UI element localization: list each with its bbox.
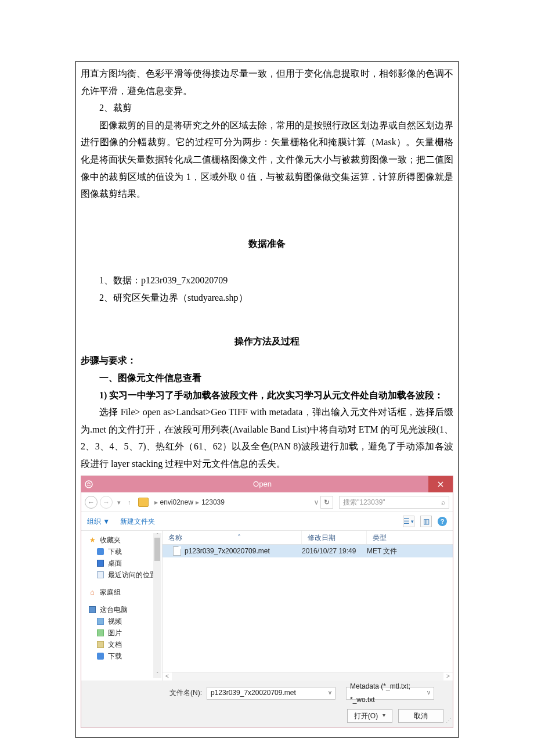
filename-value: p123r039_7x20020709.met [211,686,296,699]
close-button[interactable] [428,476,453,492]
filetype-combo[interactable]: Metadata (*_mtl.txt; *_wo.txt v [346,687,434,700]
breadcrumb-part[interactable]: 123039 [201,496,225,509]
scroll-thumb[interactable] [154,538,160,561]
paragraph: 用直方图均衡、色彩平滑等使得接边尽量一致，但用于变化信息提取时，相邻影像的色调不… [81,65,453,99]
sidebar-item-desktop[interactable]: 桌面 [86,557,158,569]
sidebar-item-pictures[interactable]: 图片 [86,627,158,639]
search-icon: ⌕ [441,496,445,509]
cancel-button[interactable]: 取消 [398,709,443,723]
new-folder-button[interactable]: 新建文件夹 [120,515,155,528]
svg-point-0 [85,481,92,488]
sidebar-item-homegroup[interactable]: ⌂家庭组 [86,586,158,598]
chevron-down-icon: v [329,687,331,699]
organize-button[interactable]: 组织 ▼ [87,515,110,528]
filename-combo[interactable]: p123r039_7x20020709.met v [207,687,335,700]
step-1-1: 1) 实习一中学习了手动加载各波段文件，此次实习学习从元文件处自动加载各波段： [81,387,453,404]
data-item-1: 1、数据：p123r039_7x20020709 [81,272,453,289]
chevron-down-icon: ▾ [383,710,385,721]
steps-heading: 步骤与要求： [81,352,453,369]
sidebar-item-downloads[interactable]: 下载 [86,546,158,557]
sidebar: ★收藏夹 下载 桌面 最近访问的位置 ⌂家庭组 这台电脑 视频 图片 文 [81,531,163,681]
data-item-2: 2、研究区矢量边界（studyarea.shp） [81,289,453,307]
search-input[interactable]: 搜索"123039" ⌕ [339,496,449,509]
back-button[interactable]: ← [85,496,98,509]
file-name: p123r039_7x20020709.met [185,545,270,557]
sidebar-item-downloads2[interactable]: 下载 [86,650,158,662]
open-file-dialog: Open ← → ▾ ↑ ▸ envi02new ▸ [81,476,453,728]
preview-pane-button[interactable]: ▥ [420,516,432,527]
sidebar-item-videos[interactable]: 视频 [86,615,158,627]
refresh-button[interactable]: ↻ [320,496,333,509]
sidebar-item-documents[interactable]: 文档 [86,639,158,650]
sidebar-item-recent[interactable]: 最近访问的位置 [86,569,158,581]
scroll-down-icon[interactable]: ˅ [153,669,161,679]
up-button[interactable]: ↑ [125,496,134,508]
paragraph: 图像裁剪的目的是将研究之外的区域去除，常用的是按照行政区划边界或自然区划边界进行… [81,117,453,203]
dialog-title: Open [96,476,428,492]
section-title-data-prep: 数据准备 [81,235,453,253]
col-name[interactable]: 名称˄ [163,531,302,544]
dialog-body: ★收藏夹 下载 桌面 最近访问的位置 ⌂家庭组 这台电脑 视频 图片 文 [81,531,453,681]
app-icon [81,476,96,492]
file-date: 2016/10/27 19:49 [302,545,367,557]
forward-button[interactable]: → [100,496,113,509]
titlebar: Open [81,476,453,492]
file-list-panel: 名称˄ 修改日期 类型 p123r039_7x20020709.met 2016… [163,531,453,681]
paragraph: 选择 File> open as>Landsat>Geo TIFF with m… [81,404,453,472]
sidebar-item-thispc[interactable]: 这台电脑 [86,604,158,615]
resize-grip[interactable]: ⋰ [446,715,451,726]
file-icon [173,546,181,556]
col-date[interactable]: 修改日期 [302,531,367,544]
history-dropdown[interactable]: ▾ [115,496,123,508]
sidebar-scrollbar[interactable]: ˄ ˅ [153,533,161,678]
heading-crop: 2、裁剪 [81,99,453,117]
search-placeholder: 搜索"123039" [343,496,385,509]
column-headers[interactable]: 名称˄ 修改日期 类型 [163,531,453,545]
filetype-value: Metadata (*_mtl.txt; *_wo.txt [350,680,427,705]
col-type[interactable]: 类型 [367,531,453,544]
chevron-down-icon: v [427,687,430,699]
filename-label: 文件名(N): [169,686,202,699]
horizontal-scrollbar[interactable]: < > [163,672,453,681]
step-1-title: 一、图像元文件信息查看 [81,369,453,387]
toolbar: 组织 ▼ 新建文件夹 ☰ ▾ ▥ ? [81,512,453,531]
folder-icon [138,498,149,507]
navigation-bar: ← → ▾ ↑ ▸ envi02new ▸ 123039 v ↻ 搜索"1230… [81,492,453,512]
breadcrumb[interactable]: ▸ envi02new ▸ 123039 v [153,496,319,509]
breadcrumb-part[interactable]: envi02new [160,496,193,509]
file-type: MET 文件 [367,545,453,557]
dialog-footer: 文件名(N): p123r039_7x20020709.met v Metada… [81,681,453,727]
help-button[interactable]: ? [438,517,447,526]
open-button[interactable]: 打开(O) ▾ [347,709,392,723]
section-title-method: 操作方法及过程 [81,333,453,350]
file-row[interactable]: p123r039_7x20020709.met 2016/10/27 19:49… [163,545,453,557]
sidebar-item-favorites[interactable]: ★收藏夹 [86,534,158,546]
file-list[interactable]: p123r039_7x20020709.met 2016/10/27 19:49… [163,545,453,672]
view-mode-button[interactable]: ☰ ▾ [403,516,414,527]
